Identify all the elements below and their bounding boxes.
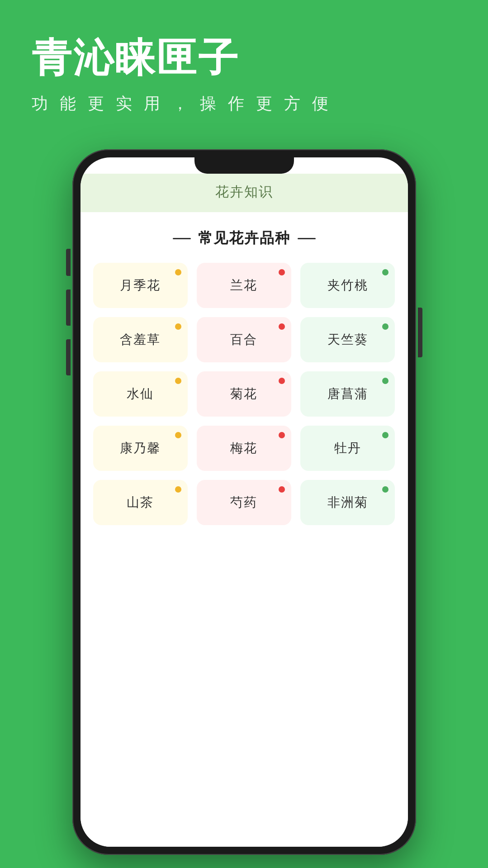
flower-dot-icon: [175, 269, 181, 275]
flower-name-label: 兰花: [230, 277, 257, 294]
phone-outer: 花卉知识 常见花卉品种 月季花兰花夹竹桃含羞草百合天竺葵水仙菊花唐菖蒲康乃馨梅花…: [72, 149, 416, 855]
volume-down-button: [66, 289, 71, 326]
phone-screen: 花卉知识 常见花卉品种 月季花兰花夹竹桃含羞草百合天竺葵水仙菊花唐菖蒲康乃馨梅花…: [81, 157, 408, 847]
flower-card[interactable]: 芍药: [197, 480, 291, 525]
flower-dot-icon: [279, 432, 285, 438]
flower-dot-icon: [279, 378, 285, 384]
flower-card[interactable]: 牡丹: [300, 426, 395, 471]
flower-dot-icon: [382, 269, 389, 275]
flower-name-label: 康乃馨: [120, 440, 161, 457]
flower-dot-icon: [279, 323, 285, 330]
flower-card[interactable]: 月季花: [93, 263, 188, 308]
header-section: 青沁睐匣子 功 能 更 实 用 ， 操 作 更 方 便: [0, 0, 488, 142]
flower-name-label: 水仙: [127, 385, 154, 403]
flower-card[interactable]: 兰花: [197, 263, 291, 308]
flower-name-label: 梅花: [230, 440, 257, 457]
flower-name-label: 菊花: [230, 385, 257, 403]
flower-dot-icon: [279, 486, 285, 493]
flower-card[interactable]: 天竺葵: [300, 317, 395, 362]
flower-name-label: 月季花: [120, 277, 161, 294]
flower-name-label: 山茶: [127, 494, 154, 511]
app-subtitle: 功 能 更 实 用 ， 操 作 更 方 便: [32, 93, 456, 115]
screen-header: 花卉知识: [81, 174, 408, 212]
flower-dot-icon: [175, 486, 181, 493]
flower-name-label: 芍药: [230, 494, 257, 511]
phone-mockup: 花卉知识 常见花卉品种 月季花兰花夹竹桃含羞草百合天竺葵水仙菊花唐菖蒲康乃馨梅花…: [72, 149, 416, 855]
flower-card[interactable]: 康乃馨: [93, 426, 188, 471]
flower-dot-icon: [175, 323, 181, 330]
flower-card[interactable]: 含羞草: [93, 317, 188, 362]
volume-up-button: [66, 249, 71, 276]
flower-card[interactable]: 唐菖蒲: [300, 371, 395, 417]
flower-dot-icon: [175, 432, 181, 438]
flower-card[interactable]: 非洲菊: [300, 480, 395, 525]
power-button: [418, 308, 422, 357]
flower-card[interactable]: 梅花: [197, 426, 291, 471]
phone-notch: [194, 157, 294, 174]
flower-grid: 月季花兰花夹竹桃含羞草百合天竺葵水仙菊花唐菖蒲康乃馨梅花牡丹山茶芍药非洲菊: [93, 263, 395, 525]
flower-dot-icon: [175, 378, 181, 384]
flower-name-label: 百合: [230, 331, 257, 348]
title-line-right: [298, 238, 316, 239]
flower-dot-icon: [279, 269, 285, 275]
flower-name-label: 非洲菊: [327, 494, 368, 511]
silent-button: [66, 339, 71, 375]
flower-dot-icon: [382, 378, 389, 384]
flower-dot-icon: [382, 486, 389, 493]
flower-name-label: 天竺葵: [327, 331, 368, 348]
flower-name-label: 夹竹桃: [327, 277, 368, 294]
flower-name-label: 牡丹: [334, 440, 361, 457]
section-title-text: 常见花卉品种: [198, 228, 290, 248]
flower-name-label: 唐菖蒲: [327, 385, 368, 403]
flower-dot-icon: [382, 323, 389, 330]
app-title: 青沁睐匣子: [32, 36, 456, 80]
flower-dot-icon: [382, 432, 389, 438]
flower-card[interactable]: 百合: [197, 317, 291, 362]
screen-content: 花卉知识 常见花卉品种 月季花兰花夹竹桃含羞草百合天竺葵水仙菊花唐菖蒲康乃馨梅花…: [81, 157, 408, 847]
screen-header-title: 花卉知识: [81, 183, 408, 201]
section-title-row: 常见花卉品种: [93, 228, 395, 248]
screen-body: 常见花卉品种 月季花兰花夹竹桃含羞草百合天竺葵水仙菊花唐菖蒲康乃馨梅花牡丹山茶芍…: [81, 212, 408, 847]
flower-name-label: 含羞草: [120, 331, 161, 348]
title-line-left: [173, 238, 191, 239]
flower-card[interactable]: 水仙: [93, 371, 188, 417]
flower-card[interactable]: 山茶: [93, 480, 188, 525]
flower-card[interactable]: 夹竹桃: [300, 263, 395, 308]
flower-card[interactable]: 菊花: [197, 371, 291, 417]
